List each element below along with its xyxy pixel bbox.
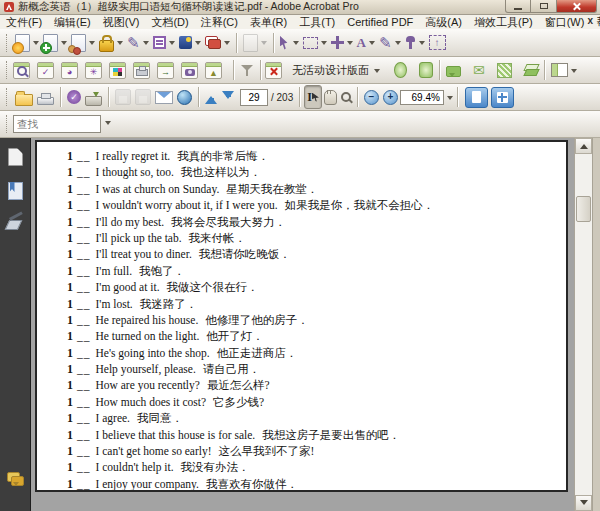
hand-tool-button[interactable] bbox=[322, 85, 339, 109]
printer-icon bbox=[136, 69, 148, 76]
title-bar[interactable]: 新概念英语（1）超级实用口语短句循环朗读速记.pdf - Adobe Acrob… bbox=[0, 0, 600, 15]
scrolling-mode-button[interactable] bbox=[465, 87, 488, 108]
certify-check-button[interactable]: ✓ bbox=[37, 62, 54, 79]
shape-box-button[interactable] bbox=[417, 58, 435, 82]
pattern-tool-button[interactable] bbox=[495, 58, 514, 82]
menu-item[interactable]: 窗口(W) bbox=[539, 16, 591, 29]
minimize-button[interactable] bbox=[505, 0, 531, 13]
dropdown-caret-icon bbox=[395, 41, 401, 48]
color-tool-button[interactable] bbox=[109, 62, 126, 79]
print-tool-button[interactable] bbox=[133, 62, 150, 79]
zoom-marquee-button[interactable] bbox=[339, 85, 353, 109]
markup-pen-tool-button[interactable]: ✎ bbox=[377, 31, 403, 55]
layers-tool-button[interactable] bbox=[522, 58, 540, 82]
filter-funnel-icon[interactable] bbox=[241, 64, 253, 76]
note-comment-button[interactable] bbox=[444, 58, 463, 82]
print-button[interactable] bbox=[35, 85, 56, 109]
phrase-english: I really regret it. bbox=[96, 150, 171, 162]
toolbar-grip[interactable] bbox=[6, 61, 9, 79]
page-number-input[interactable] bbox=[240, 89, 268, 106]
shape-oval-button[interactable] bbox=[392, 58, 409, 82]
sign-button[interactable]: ✎ bbox=[125, 31, 151, 55]
maximize-button[interactable] bbox=[531, 0, 557, 13]
menu-item[interactable]: 视图(V) bbox=[97, 16, 146, 29]
email-button[interactable] bbox=[153, 85, 175, 109]
close-button[interactable] bbox=[557, 0, 597, 13]
panel-toggle-button[interactable] bbox=[549, 58, 579, 82]
upload-region-button[interactable]: ↑ bbox=[427, 31, 448, 55]
menu-item[interactable]: 增效工具(P) bbox=[468, 16, 539, 29]
text-edit-tool-button[interactable]: A bbox=[355, 31, 377, 55]
menu-item[interactable]: 编辑(E) bbox=[48, 16, 97, 29]
settings-tool-button[interactable]: ✳ bbox=[85, 62, 102, 79]
zoom-level-field[interactable]: 69.4% bbox=[400, 90, 444, 105]
scroll-up-button[interactable] bbox=[575, 138, 592, 154]
comments-panel-button[interactable] bbox=[5, 468, 25, 490]
phrase-number: 1 bbox=[67, 346, 73, 360]
export-tool-button[interactable]: → bbox=[157, 62, 174, 79]
phrase-number: 1 bbox=[67, 329, 73, 343]
menu-item[interactable]: Certified PDF bbox=[341, 16, 419, 29]
previous-page-button[interactable] bbox=[203, 85, 220, 109]
toolbar-grip[interactable] bbox=[6, 115, 9, 133]
menu-item[interactable]: 文档(D) bbox=[145, 16, 194, 29]
next-page-button[interactable] bbox=[220, 85, 237, 109]
zoom-in-icon: + bbox=[383, 90, 398, 105]
phrase-number: 1 bbox=[67, 378, 73, 392]
globe-icon: ◕ bbox=[67, 67, 72, 78]
menu-item[interactable]: 表单(R) bbox=[244, 16, 293, 29]
pages-panel-button[interactable] bbox=[5, 146, 25, 168]
capture-tool-button[interactable] bbox=[181, 62, 198, 79]
phrase-blank: __ bbox=[77, 248, 91, 260]
multimedia-button[interactable] bbox=[177, 31, 203, 55]
alerts-tool-button[interactable]: ▲ bbox=[205, 62, 222, 79]
find-options-button[interactable] bbox=[101, 115, 115, 133]
find-input[interactable] bbox=[13, 115, 101, 133]
move-tool-button[interactable] bbox=[329, 31, 355, 55]
send-mail-button[interactable]: ✉ bbox=[471, 58, 487, 82]
combine-files-button[interactable] bbox=[41, 31, 69, 55]
document-pane[interactable]: 1__I really regret it.我真的非常后悔． 1__I thou… bbox=[31, 138, 574, 511]
toolbar-grip[interactable] bbox=[6, 34, 9, 52]
open-button[interactable] bbox=[13, 85, 35, 109]
comment-bubbles-icon bbox=[205, 36, 221, 49]
stamp-tool-button[interactable] bbox=[403, 31, 427, 55]
select-object-tool-button[interactable] bbox=[278, 31, 301, 55]
acrobat-app-icon bbox=[4, 2, 14, 12]
bookmarks-panel-button[interactable] bbox=[5, 180, 25, 202]
zoom-in-button[interactable]: + bbox=[381, 85, 400, 109]
create-pdf-button[interactable] bbox=[13, 31, 41, 55]
forms-button[interactable] bbox=[151, 31, 177, 55]
preflight-search-button[interactable] bbox=[13, 62, 30, 79]
comment-button[interactable] bbox=[203, 31, 232, 55]
zoom-dropdown-caret-icon[interactable] bbox=[447, 96, 453, 103]
scrollbar-thumb[interactable] bbox=[576, 196, 591, 222]
layout-selector-label[interactable]: 无活动设计版面 bbox=[292, 63, 369, 78]
menu-item[interactable]: 工具(T) bbox=[293, 16, 341, 29]
document-close-x[interactable]: x bbox=[587, 15, 593, 26]
collaborate-button[interactable] bbox=[69, 31, 97, 55]
select-text-tool-button[interactable]: I bbox=[304, 85, 322, 109]
vertical-scrollbar[interactable] bbox=[574, 138, 592, 511]
fit-page-button[interactable] bbox=[491, 87, 514, 108]
snapshot-tool-button[interactable] bbox=[301, 31, 329, 55]
review-button[interactable]: ✓ bbox=[65, 85, 83, 109]
toolbar-separator bbox=[108, 87, 109, 107]
secure-button[interactable] bbox=[97, 31, 125, 55]
menu-item[interactable]: 高级(A) bbox=[419, 16, 468, 29]
phrase-line: 1__He turned on the light.他开了灯． bbox=[67, 328, 566, 344]
layers-panel-button[interactable] bbox=[5, 214, 25, 236]
menu-item[interactable]: 文件(F) bbox=[0, 16, 48, 29]
toolbar-grip[interactable] bbox=[6, 88, 9, 106]
phrase-number: 1 bbox=[67, 215, 73, 229]
active-layout-icon[interactable] bbox=[265, 62, 282, 79]
web-upload-button[interactable] bbox=[175, 85, 194, 109]
scroll-down-button[interactable] bbox=[575, 495, 592, 511]
phrase-line: 1__I agree.我同意． bbox=[67, 410, 566, 426]
menu-item[interactable]: 注释(C) bbox=[195, 16, 244, 29]
globe-home-icon bbox=[177, 90, 192, 105]
scan-button[interactable] bbox=[83, 85, 104, 109]
dropdown-caret-icon[interactable] bbox=[374, 69, 380, 76]
globe-tool-button[interactable]: ◕ bbox=[61, 62, 78, 79]
zoom-out-button[interactable]: − bbox=[362, 85, 381, 109]
